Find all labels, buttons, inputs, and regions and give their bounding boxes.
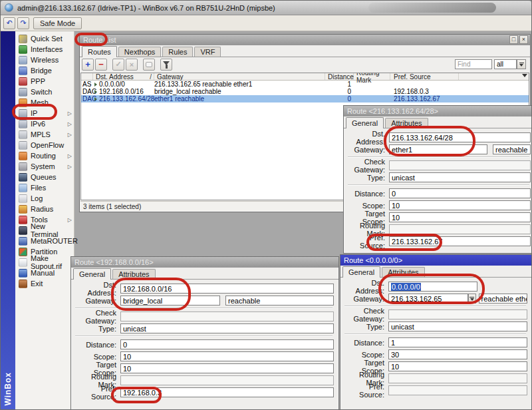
sidebar-item-make-supout[interactable]: Make Supout.rif <box>15 257 74 268</box>
ip-icon <box>19 109 27 118</box>
sidebar-item-openflow[interactable]: OpenFlow <box>15 140 74 150</box>
column-dst-address[interactable]: Dst. Address/ <box>93 73 154 80</box>
table-row[interactable]: DAC 192.168.0.0/16 bridge_local reachabl… <box>81 88 529 95</box>
table-row[interactable]: AS 0.0.0.0/0 216.133.162.65 reachable et… <box>81 81 529 88</box>
dst-address-field[interactable]: 216.133.162.64/28 <box>389 132 531 142</box>
titlebar-shade <box>368 3 496 13</box>
scope-field[interactable]: 30 <box>388 349 527 359</box>
tab-routes[interactable]: Routes <box>82 46 117 57</box>
tab-attributes[interactable]: Attributes <box>385 118 428 128</box>
scope-field[interactable]: 10 <box>389 200 531 210</box>
dst-address-field[interactable]: 192.168.0.0/16 <box>120 284 334 294</box>
dropdown-arrow-icon <box>519 64 523 67</box>
tab-attributes[interactable]: Attributes <box>382 267 424 277</box>
check-gateway-field[interactable] <box>389 160 531 170</box>
dialog-titlebar[interactable]: Route <216.133.162.64/28> <box>344 106 532 116</box>
scope-field[interactable]: 10 <box>120 351 334 361</box>
routing-mark-field[interactable] <box>120 375 334 385</box>
pref-source-field[interactable]: 192.168.0.3 <box>120 387 334 397</box>
sidebar-item-wireless[interactable]: Wireless <box>15 55 74 65</box>
filter-button[interactable] <box>160 59 172 71</box>
sidebar-item-mpls[interactable]: MPLS▷ <box>15 129 74 140</box>
sidebar-item-ppp[interactable]: PPP <box>15 76 74 87</box>
sidebar-item-manual[interactable]: Manual <box>15 268 74 278</box>
distance-field[interactable]: 1 <box>388 337 527 347</box>
tab-nexthops[interactable]: Nexthops <box>118 47 161 57</box>
sidebar-item-system[interactable]: System▷ <box>15 161 74 172</box>
gateway-dropdown-button[interactable] <box>468 294 476 304</box>
undo-button[interactable]: ↶ <box>3 17 15 29</box>
sidebar-item-radius[interactable]: Radius <box>15 204 74 214</box>
find-scope-combo[interactable]: all <box>494 59 526 69</box>
find-input[interactable] <box>455 59 492 69</box>
routing-mark-field[interactable] <box>388 373 527 383</box>
sidebar-item-routing[interactable]: Routing▷ <box>15 150 74 161</box>
sidebar-item-files[interactable]: Files <box>15 182 74 193</box>
column-routing-mark[interactable]: Routing Mark <box>354 73 390 80</box>
sidebar-item-metarouter[interactable]: MetaROUTER <box>15 236 74 246</box>
type-field[interactable]: unicast <box>389 172 531 182</box>
pref-source-field[interactable]: 216.133.162.67 <box>389 236 531 246</box>
column-gateway[interactable]: Gateway <box>154 73 325 80</box>
table-row-selected[interactable]: DAC 216.133.162.64/28 ether1 reachable 0… <box>81 95 529 102</box>
sidebar-item-quick-set[interactable]: Quick Set <box>15 33 74 44</box>
selected-text: 0.0.0.0/0 <box>391 283 421 291</box>
redo-button[interactable]: ↷ <box>17 17 29 29</box>
sidebar-item-bridge[interactable]: Bridge <box>15 65 74 76</box>
routing-mark-field[interactable] <box>389 224 531 234</box>
log-icon <box>19 194 27 203</box>
dropdown-button[interactable] <box>517 59 526 69</box>
target-scope-field[interactable]: 10 <box>388 361 527 371</box>
sidebar-item-mesh[interactable]: Mesh <box>15 97 74 108</box>
close-button[interactable]: × <box>519 35 528 44</box>
route-list-titlebar[interactable]: Route List □ × <box>80 35 530 45</box>
comment-button[interactable] <box>143 59 155 71</box>
check-gateway-field[interactable] <box>388 309 527 319</box>
tab-general[interactable]: General <box>342 266 380 278</box>
dialog-titlebar-active[interactable]: Route <0.0.0.0/0> <box>340 255 532 266</box>
disable-button[interactable]: × <box>126 59 138 71</box>
dst-address-field[interactable]: 0.0.0.0/0 <box>388 282 477 292</box>
comment-icon <box>146 62 152 67</box>
column-chooser-icon[interactable] <box>522 74 527 77</box>
main-titlebar[interactable]: admin@216.133.162.67 (Idrive-TP1) - WinB… <box>1 1 531 15</box>
safe-mode-button[interactable]: Safe Mode <box>33 17 82 29</box>
tab-attributes[interactable]: Attributes <box>112 269 155 279</box>
target-scope-field[interactable]: 10 <box>389 212 531 222</box>
gateway-field[interactable]: bridge_local <box>120 296 220 306</box>
sidebar-item-ipv6[interactable]: IPv6▷ <box>15 118 74 129</box>
column-flags[interactable] <box>81 73 93 80</box>
sidebar-item-interfaces[interactable]: Interfaces <box>15 44 74 55</box>
column-distance[interactable]: Distance <box>325 73 354 80</box>
enable-button[interactable]: ✓ <box>112 59 124 71</box>
dialog-titlebar[interactable]: Route <192.168.0.0/16> <box>71 257 338 268</box>
type-field[interactable]: unicast <box>120 323 334 333</box>
add-route-button[interactable]: + <box>82 59 94 71</box>
type-field[interactable]: unicast <box>388 321 527 331</box>
expand-triangle-icon <box>94 90 97 94</box>
target-scope-field[interactable]: 10 <box>120 363 334 373</box>
check-gateway-field[interactable] <box>120 311 334 321</box>
tab-general[interactable]: General <box>73 268 111 280</box>
column-pref-source[interactable]: Pref. Source <box>390 73 459 80</box>
gateway-field[interactable]: 216.133.162.65 <box>388 294 468 304</box>
distance-field[interactable]: 0 <box>120 339 334 349</box>
gateway-field[interactable]: ether1 <box>389 144 487 154</box>
sort-indicator: / <box>150 73 152 81</box>
sidebar-item-new-terminal[interactable]: New Terminal <box>15 225 74 236</box>
sidebar-item-exit[interactable]: Exit <box>15 278 74 289</box>
pref-source-field[interactable] <box>388 385 527 395</box>
tab-general[interactable]: General <box>346 117 384 128</box>
tab-rules[interactable]: Rules <box>162 47 193 57</box>
sidebar-item-switch[interactable]: Switch <box>15 87 74 97</box>
sidebar-item-queues[interactable]: Queues <box>15 172 74 182</box>
scope-label: Scope: <box>346 202 385 210</box>
manual-icon <box>19 269 27 278</box>
tab-vrf[interactable]: VRF <box>194 47 221 57</box>
sidebar-item-ip[interactable]: IP▷ <box>15 108 74 118</box>
distance-field[interactable]: 0 <box>389 188 531 198</box>
maximize-button[interactable]: □ <box>509 35 518 44</box>
switch-icon <box>19 88 27 97</box>
remove-route-button[interactable]: − <box>95 59 107 71</box>
sidebar-item-log[interactable]: Log <box>15 193 74 204</box>
